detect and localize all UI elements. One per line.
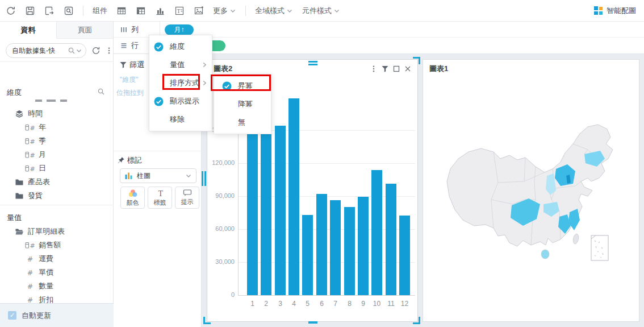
- close-icon[interactable]: [404, 65, 412, 73]
- chart-type-select[interactable]: 柱圖: [120, 168, 196, 183]
- bar-month-5[interactable]: [302, 215, 313, 295]
- label-mark-button[interactable]: T 標籤: [148, 187, 172, 209]
- svg-text:T: T: [177, 7, 181, 14]
- tab-page[interactable]: 頁面: [56, 22, 113, 39]
- pivot-table-button[interactable]: [136, 6, 146, 16]
- bar-month-6[interactable]: [316, 194, 327, 295]
- save-button[interactable]: [25, 6, 35, 16]
- drag-handle-top[interactable]: [308, 64, 317, 65]
- search-fields-icon[interactable]: [97, 88, 105, 96]
- resize-handle-bottom[interactable]: [308, 321, 317, 324]
- check-circle-icon: [154, 97, 164, 106]
- text-widget-button[interactable]: T: [174, 6, 185, 16]
- y-axis-tick: 90,000: [210, 192, 235, 199]
- image-widget-button[interactable]: [194, 6, 204, 16]
- label-icon: T: [156, 189, 165, 198]
- svg-text:#: #: [30, 165, 35, 172]
- clipped-list-item: [35, 100, 67, 102]
- resize-handle-left[interactable]: [204, 171, 206, 186]
- remove-option[interactable]: 移除: [149, 110, 212, 129]
- field-item[interactable]: # 月: [0, 148, 114, 162]
- field-item[interactable]: 產品表: [0, 175, 114, 189]
- selection-corner-top-right[interactable]: [413, 57, 420, 64]
- bar-chart-button[interactable]: [155, 6, 165, 16]
- field-item[interactable]: # 日: [0, 162, 114, 175]
- map-chart-widget[interactable]: 圖表1: [423, 59, 639, 322]
- menu-item-label: 降冪: [238, 99, 253, 109]
- refresh-dataset-icon[interactable]: [91, 45, 101, 56]
- menu-item-label: 昇冪: [238, 81, 253, 91]
- field-label: 單價: [39, 267, 53, 278]
- global-style-menu[interactable]: 全域樣式: [255, 7, 293, 14]
- y-axis-tick: 120,000: [210, 159, 235, 166]
- none-option[interactable]: 無: [214, 113, 271, 131]
- bar-month-7[interactable]: [330, 200, 341, 295]
- check-circle-icon: [222, 81, 232, 91]
- menu-item-label: 顯示提示: [170, 96, 199, 106]
- dimension-option[interactable]: 維度: [149, 38, 212, 56]
- x-axis-tick: 12: [398, 300, 412, 308]
- dataset-row: 自助數據集-快: [0, 42, 113, 59]
- field-item[interactable]: # 單價: [0, 266, 114, 279]
- mark-button-label: 顏色: [127, 198, 139, 207]
- kebab-icon[interactable]: [105, 47, 113, 55]
- field-item[interactable]: # 銷售額: [0, 238, 114, 252]
- auto-update-checkbox[interactable]: ✓: [8, 311, 16, 320]
- widget-style-menu[interactable]: 元件樣式: [302, 7, 340, 14]
- drag-handle-top[interactable]: [308, 61, 317, 63]
- ascending-option[interactable]: 昇冪: [214, 77, 271, 95]
- more-menu[interactable]: 更多: [213, 7, 236, 14]
- descending-option[interactable]: 降冪: [214, 95, 271, 113]
- bar-month-10[interactable]: [371, 170, 382, 295]
- date-number-icon: #: [25, 124, 35, 131]
- x-axis-tick: 9: [357, 300, 370, 308]
- bar-month-2[interactable]: [261, 133, 271, 295]
- field-item[interactable]: 發貨: [0, 189, 114, 202]
- tab-data[interactable]: 資料: [0, 22, 56, 39]
- month-field-pill[interactable]: 月↑: [165, 24, 194, 35]
- field-label: 銷售額: [39, 240, 61, 250]
- selection-corner-bottom-left[interactable]: [203, 317, 211, 324]
- field-item[interactable]: 訂單明細表: [0, 225, 114, 238]
- field-item[interactable]: # 季: [0, 134, 114, 148]
- pin-icon: [117, 156, 125, 164]
- menu-item-label: 移除: [170, 114, 185, 125]
- sort-option[interactable]: 排序方式: [149, 74, 212, 92]
- china-map[interactable]: [439, 114, 629, 275]
- bar-month-9[interactable]: [358, 197, 369, 295]
- field-label: 發貨: [28, 191, 43, 201]
- tooltip-mark-button[interactable]: 提示: [175, 187, 199, 209]
- mark-button-label: 標籤: [154, 198, 166, 207]
- preview-button[interactable]: [64, 6, 74, 16]
- table-button[interactable]: [116, 6, 127, 16]
- bar-month-12[interactable]: [399, 216, 410, 295]
- measure-option[interactable]: 量值: [149, 56, 212, 74]
- field-item[interactable]: # 運費: [0, 252, 114, 266]
- bar-month-11[interactable]: [386, 184, 396, 295]
- field-item[interactable]: # 數量: [0, 279, 114, 293]
- bar-month-8[interactable]: [344, 207, 355, 295]
- funnel-icon[interactable]: [381, 65, 389, 73]
- field-item[interactable]: 時間: [0, 107, 114, 121]
- y-axis-tick: 30,000: [210, 258, 235, 265]
- field-label: 運費: [39, 254, 53, 264]
- svg-text:#: #: [30, 242, 35, 249]
- show-tooltip-option[interactable]: 顯示提示: [149, 92, 212, 110]
- refresh-button[interactable]: [6, 6, 16, 16]
- dimensions-title: 維度: [7, 88, 22, 98]
- bar-month-1[interactable]: [247, 129, 258, 295]
- color-mark-button[interactable]: 顏色: [120, 187, 145, 209]
- smart-layout-button[interactable]: 智能配圖: [594, 6, 644, 16]
- maximize-icon[interactable]: [392, 65, 400, 73]
- selection-corner-bottom-right[interactable]: [413, 317, 420, 324]
- filter-hint-line2: 位拖拉到: [116, 88, 144, 98]
- resize-handle-left[interactable]: [202, 171, 203, 186]
- field-item[interactable]: # 年: [0, 121, 114, 134]
- kebab-icon[interactable]: [370, 65, 378, 73]
- bar-month-4[interactable]: [288, 98, 299, 295]
- export-button[interactable]: [44, 6, 55, 16]
- x-axis-tick: 7: [329, 300, 342, 308]
- bar-month-3[interactable]: [275, 126, 286, 295]
- component-label[interactable]: 组件: [93, 7, 107, 14]
- dataset-select[interactable]: 自助數據集-快: [6, 43, 86, 58]
